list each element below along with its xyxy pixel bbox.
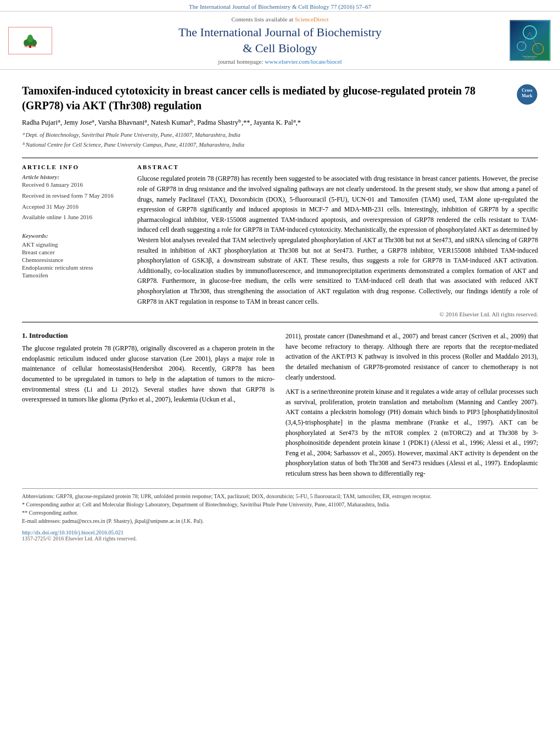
- svg-text:ELSEVIER: ELSEVIER: [25, 45, 36, 48]
- journal-title: The International Journal of Biochemistr…: [178, 25, 382, 56]
- accepted-date: Accepted 31 May 2016: [22, 202, 126, 212]
- keyword-2: Breast cancer: [22, 249, 126, 255]
- svg-text:cell biology: cell biology: [525, 57, 535, 59]
- journal-title-section: Contents lists available at ScienceDirec…: [60, 16, 500, 65]
- doi-section: http://dx.doi.org/10.1016/j.biocel.2016.…: [22, 529, 538, 535]
- svg-text:Mark: Mark: [522, 93, 533, 98]
- cover-image-icon: biochemistry cell biology: [511, 21, 549, 60]
- homepage-link[interactable]: www.elsevier.com/locate/biocel: [265, 58, 341, 65]
- history-label: Article history:: [22, 174, 126, 180]
- corresponding-author-2: ** Corresponding author.: [22, 509, 538, 517]
- affiliations: ᵃ Dept. of Biotechnology, Savitribai Phu…: [22, 131, 511, 149]
- crossmark-badge[interactable]: Cross Mark: [516, 83, 538, 105]
- svg-text:Cross: Cross: [522, 88, 532, 93]
- keywords-label: Keywords:: [22, 232, 126, 239]
- article-info-label: ARTICLE INFO: [22, 164, 126, 170]
- article-info-panel: ARTICLE INFO Article history: Received 6…: [22, 164, 126, 317]
- abstract-panel: ABSTRACT Glucose regulated protein 78 (G…: [137, 164, 538, 317]
- affiliation-a: ᵃ Dept. of Biotechnology, Savitribai Phu…: [22, 131, 511, 140]
- body-columns: 1. Introduction The glucose regulated pr…: [22, 331, 538, 483]
- available-date: Available online 1 June 2016: [22, 213, 126, 222]
- footnotes: Abbreviations: GRP78, glucose-regulated …: [22, 488, 538, 525]
- section-divider-1: [22, 158, 538, 158]
- abstract-text: Glucose regulated protein 78 (GRP78) has…: [137, 174, 538, 306]
- svg-rect-6: [511, 21, 549, 60]
- journal-header: ELSEVIER Contents lists available at Sci…: [0, 11, 560, 70]
- keyword-3: Chemoresistance: [22, 256, 126, 263]
- svg-point-4: [27, 35, 33, 42]
- body-left-column: 1. Introduction The glucose regulated pr…: [22, 331, 275, 483]
- intro-para2: AKT is a serine/threonine protein kinase…: [285, 387, 538, 478]
- article-title-section: Tamoxifen-induced cytotoxicity in breast…: [22, 83, 511, 153]
- keyword-1: AKT signaling: [22, 241, 126, 248]
- body-right-column: 2011), prostate cancer (Daneshmand et al…: [285, 331, 538, 483]
- affiliation-b: ᵇ National Centre for Cell Science, Pune…: [22, 141, 511, 149]
- article-header: Tamoxifen-induced cytotoxicity in breast…: [22, 83, 538, 153]
- elsevier-logo-container: ELSEVIER: [5, 16, 55, 65]
- keyword-5: Tamoxifen: [22, 272, 126, 278]
- abstract-label: ABSTRACT: [137, 164, 538, 170]
- article-history: Article history: Received 6 January 2016…: [22, 174, 126, 222]
- revised-date: Received in revised form 7 May 2016: [22, 191, 126, 201]
- received-date: Received 6 January 2016: [22, 180, 126, 190]
- article-title: Tamoxifen-induced cytotoxicity in breast…: [22, 83, 511, 113]
- journal-homepage: journal homepage: www.elsevier.com/locat…: [218, 58, 341, 65]
- intro-para1-cont: 2011), prostate cancer (Daneshmand et al…: [285, 331, 538, 382]
- doi-link[interactable]: http://dx.doi.org/10.1016/j.biocel.2016.…: [22, 529, 124, 535]
- authors-list: Radha Pujariᵃ, Jemy Joseᵃ, Varsha Bhavna…: [22, 118, 511, 128]
- crossmark-icon: Cross Mark: [517, 84, 537, 105]
- elsevier-logo: ELSEVIER: [8, 27, 52, 54]
- journal-reference: The International Journal of Biochemistr…: [0, 0, 560, 11]
- journal-cover-container: biochemistry cell biology: [505, 16, 555, 65]
- abbreviations-note: Abbreviations: GRP78, glucose-regulated …: [22, 492, 538, 500]
- elsevier-tree-icon: ELSEVIER: [22, 33, 38, 48]
- issn-line: 1357-2725/© 2016 Elsevier Ltd. All right…: [22, 535, 538, 542]
- section-divider-2: [22, 322, 538, 322]
- corresponding-author-1: * Corresponding author at: Cell and Mole…: [22, 500, 538, 509]
- copyright-notice: © 2016 Elsevier Ltd. All rights reserved…: [137, 311, 538, 317]
- intro-heading: 1. Introduction: [22, 331, 275, 340]
- keyword-4: Endoplasmic reticulum stress: [22, 264, 126, 271]
- info-abstract-section: ARTICLE INFO Article history: Received 6…: [22, 164, 538, 317]
- email-addresses: E-mail addresses: padma@nccs.res.in (P. …: [22, 517, 538, 525]
- sciencedirect-notice: Contents lists available at ScienceDirec…: [231, 16, 328, 23]
- intro-para1: The glucose regulated protein 78 (GRP78)…: [22, 343, 275, 405]
- sciencedirect-link[interactable]: ScienceDirect: [295, 16, 329, 23]
- keywords-list: AKT signaling Breast cancer Chemoresista…: [22, 241, 126, 278]
- journal-cover: biochemistry cell biology: [509, 20, 551, 61]
